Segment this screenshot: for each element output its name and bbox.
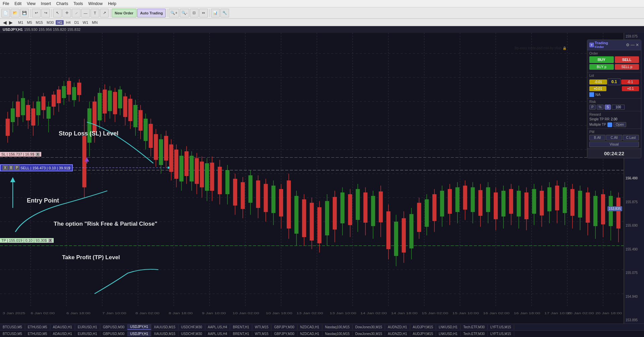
b-all-btn[interactable]: B.All — [589, 135, 605, 141]
sell-b-button[interactable]: B — [9, 166, 14, 170]
menu-insert[interactable]: Insert — [38, 1, 54, 6]
tf-h4[interactable]: H4 — [64, 20, 72, 25]
tf-m30[interactable]: M30 — [45, 20, 55, 25]
toolbar-zoom-in[interactable]: 🔍+ — [169, 9, 179, 17]
tf-d1[interactable]: D1 — [73, 20, 81, 25]
risk-value-input[interactable] — [612, 105, 625, 110]
bottom-tab-5[interactable]: USDJPY,H1 — [127, 324, 151, 330]
tf-arrow-left[interactable]: ◀ — [2, 20, 8, 25]
open-btn[interactable]: Open — [613, 122, 626, 127]
new-order-button[interactable]: New Order — [112, 9, 137, 17]
sym-tab-2[interactable]: ADAUSD,H1 — [50, 331, 75, 336]
tp-gear-icon[interactable]: ⚙ — [626, 43, 630, 47]
toolbar-scroll[interactable]: ⇔ — [199, 9, 208, 17]
sym-tab-7[interactable]: USDCHF,M30 — [178, 331, 205, 336]
tf-mn[interactable]: MN — [90, 20, 99, 25]
sell-p-button[interactable]: P — [14, 166, 19, 170]
c-all-btn[interactable]: C.All — [606, 135, 622, 141]
bottom-tab-12[interactable]: NZDCAD,H1 — [298, 325, 322, 330]
sym-tab-8[interactable]: AAPL.US,H4 — [205, 331, 230, 336]
bottom-tab-15[interactable]: AUDNZD,H1 — [385, 325, 410, 330]
multiple-tp-toggle[interactable] — [607, 122, 612, 127]
toolbar-redo[interactable]: ↪ — [41, 9, 50, 17]
lot-minus01-red[interactable]: -0.1 — [621, 79, 639, 85]
bottom-tab-9[interactable]: BRENT,H1 — [230, 325, 252, 330]
menu-window[interactable]: Window — [86, 1, 105, 6]
sym-tab-17[interactable]: LNKUSD,H1 — [436, 331, 461, 336]
bottom-tab-14[interactable]: DowJones30,M15 — [353, 325, 385, 330]
buy-p-button[interactable]: BUY p — [589, 64, 614, 70]
bottom-tab-1[interactable]: ETHUSD,M5 — [25, 325, 50, 330]
sym-tab-9[interactable]: BRENT,H1 — [230, 331, 252, 336]
sl-x-button[interactable]: X — [36, 153, 40, 156]
toolbar-cursor[interactable]: ↖ — [53, 9, 62, 17]
toolbar-line[interactable]: ⟋ — [72, 9, 80, 17]
tf-m1[interactable]: M1 — [16, 20, 25, 25]
bottom-tab-8[interactable]: AAPL.US,H4 — [205, 325, 230, 330]
tf-m5[interactable]: M5 — [25, 20, 34, 25]
risk-pct-btn[interactable]: % — [597, 105, 604, 110]
toolbar-zoom-out[interactable]: 🔍- — [180, 9, 189, 17]
sym-tab-4[interactable]: GBPUSD,M30 — [100, 331, 127, 336]
risk-p-btn[interactable]: P — [589, 105, 596, 110]
bottom-tab-6[interactable]: XAUUSD,M15 — [151, 325, 178, 330]
lot-plus001[interactable]: +0.01 — [589, 86, 606, 91]
tf-w1[interactable]: W1 — [81, 20, 90, 25]
sym-tab-19[interactable]: LYFT.US,M15 — [488, 331, 514, 336]
menu-help[interactable]: Help — [105, 1, 119, 6]
toolbar-undo[interactable]: ↩ — [32, 9, 41, 17]
bottom-tab-7[interactable]: USDCHF,M30 — [178, 325, 205, 330]
sym-tab-5[interactable]: USDJPY,H1 — [127, 331, 151, 336]
sym-tab-18[interactable]: Tech.ETF,M30 — [461, 331, 488, 336]
bottom-tab-16[interactable]: AUDJPY,M15 — [410, 325, 436, 330]
toolbar-fit[interactable]: ⊡ — [190, 9, 199, 17]
menu-view[interactable]: View — [24, 1, 38, 6]
c-last-btn[interactable]: C.Last — [623, 135, 639, 141]
toolbar-open[interactable]: 📂 — [11, 9, 19, 17]
toolbar-period[interactable]: 📊 — [211, 9, 220, 17]
sym-tab-10[interactable]: WTI,M15 — [252, 331, 272, 336]
menu-edit[interactable]: Edit — [12, 1, 24, 6]
toolbar-crosshair[interactable]: ✛ — [62, 9, 71, 17]
sym-tab-14[interactable]: DowJones30,M15 — [353, 331, 385, 336]
bottom-tab-13[interactable]: Nasdaq100,M15 — [322, 325, 353, 330]
auto-trading-button[interactable]: Auto Trading — [137, 9, 166, 17]
sym-tab-1[interactable]: ETHUSD,M5 — [25, 331, 50, 336]
tp-minimize-icon[interactable]: — — [631, 43, 635, 47]
sym-tab-12[interactable]: NZDCAD,H1 — [298, 331, 322, 336]
lot-minus001[interactable]: -0.01 — [589, 79, 607, 85]
tp-x-button[interactable]: X — [48, 239, 53, 242]
sym-tab-0[interactable]: BTCUSD,M5 — [0, 331, 25, 336]
bottom-tab-11[interactable]: GBPJPY,M30 — [271, 325, 297, 330]
sell-x-button[interactable]: X — [3, 166, 8, 170]
sym-tab-6[interactable]: XAUUSD,M15 — [151, 331, 178, 336]
visual-btn[interactable]: Visual — [589, 142, 639, 147]
lot-input[interactable] — [608, 78, 621, 85]
toolbar-text[interactable]: T — [91, 9, 99, 17]
toolbar-save[interactable]: 💾 — [20, 9, 29, 17]
bottom-tab-2[interactable]: ADAUSD,H1 — [50, 325, 75, 330]
bottom-tab-0[interactable]: BTCUSD,M5 — [0, 325, 25, 330]
toolbar-arrow[interactable]: ↗ — [100, 9, 109, 17]
bottom-tab-19[interactable]: LYFT.US,M15 — [488, 325, 514, 330]
toolbar-objects[interactable]: 🔧 — [220, 9, 229, 17]
toolbar-hline[interactable]: — — [81, 9, 90, 17]
toolbar-new-file[interactable]: 📄 — [1, 9, 10, 17]
tf-h1[interactable]: H1 — [56, 20, 64, 25]
sym-tab-13[interactable]: Nasdaq100,M15 — [322, 331, 353, 336]
menu-charts[interactable]: Charts — [54, 1, 71, 6]
risk-s-btn[interactable]: S — [605, 105, 611, 110]
lot-plus01-red[interactable]: +0.1 — [622, 86, 639, 91]
menu-tools[interactable]: Tools — [71, 1, 86, 6]
sym-tab-11[interactable]: GBPJPY,M30 — [271, 331, 297, 336]
chart-area[interactable]: 3 Jan 2025 6 Jan 02:00 6 Jan 18:00 7 Jan… — [0, 33, 624, 324]
sym-tab-3[interactable]: EURUSD,H1 — [75, 331, 100, 336]
tf-m15[interactable]: M15 — [34, 20, 45, 25]
sell-button[interactable]: SELL — [615, 56, 639, 63]
bottom-tab-10[interactable]: WTI,M15 — [252, 325, 272, 330]
buy-button[interactable]: BUY — [589, 56, 614, 63]
tp-close-icon[interactable]: ✕ — [636, 43, 639, 47]
lot-color-box[interactable] — [589, 92, 594, 97]
sym-tab-15[interactable]: AUDNZD,H1 — [385, 331, 410, 336]
sym-tab-16[interactable]: AUDJPY,M15 — [410, 331, 436, 336]
